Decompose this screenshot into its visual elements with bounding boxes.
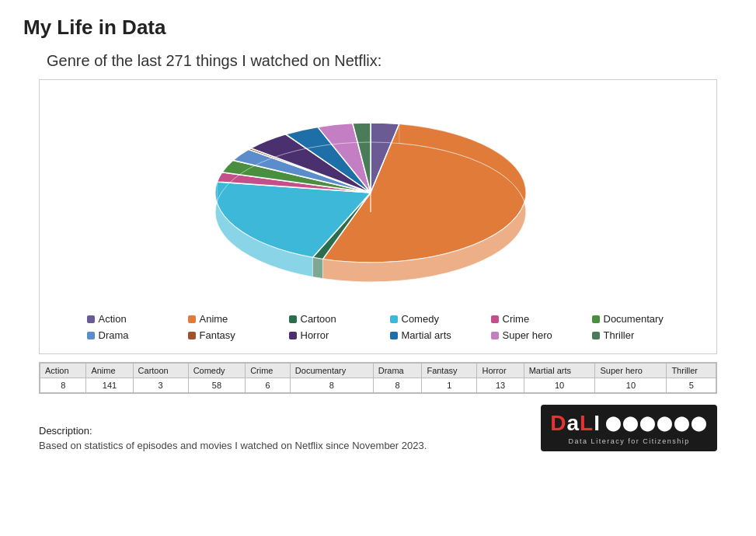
legend-item: Super hero: [491, 329, 569, 341]
legend-dot: [87, 315, 95, 323]
legend-label: Super hero: [503, 329, 552, 341]
table-cell: 3: [133, 378, 188, 393]
legend-label: Crime: [503, 313, 530, 325]
legend-dot: [592, 315, 600, 323]
chart-container: .slice { stroke: white; stroke-width: 1.…: [39, 79, 717, 354]
data-table: ActionAnimeCartoonComedyCrimeDocumentary…: [40, 363, 716, 393]
legend-dot: [491, 315, 499, 323]
legend-dot: [87, 332, 95, 339]
table-header: Drama: [373, 364, 422, 378]
legend-dot: [289, 315, 297, 323]
table-header: Action: [40, 364, 86, 378]
table-cell: 1: [422, 378, 477, 393]
table-cell: 6: [246, 378, 291, 393]
legend-dot: [390, 332, 398, 339]
legend-dot: [390, 315, 398, 323]
legend-item: Martial arts: [390, 329, 468, 341]
legend-item: Anime: [188, 313, 266, 325]
legend-dot: [491, 332, 499, 339]
legend-item: Drama: [87, 329, 165, 341]
legend-label: Cartoon: [301, 313, 336, 325]
table-header: Horror: [477, 364, 524, 378]
legend-label: Comedy: [402, 313, 439, 325]
legend-dot: [188, 332, 196, 339]
table-header: Martial arts: [524, 364, 595, 378]
legend-item: Horror: [289, 329, 367, 341]
legend-label: Anime: [200, 313, 228, 325]
table-cell: 8: [290, 378, 373, 393]
table-cell: 8: [373, 378, 422, 393]
pie-chart: .slice { stroke: white; stroke-width: 1.…: [192, 96, 565, 298]
table-header: Crime: [246, 364, 291, 378]
pie-chart-wrapper: .slice { stroke: white; stroke-width: 1.…: [47, 96, 709, 298]
legend-label: Documentary: [604, 313, 664, 325]
legend-label: Martial arts: [402, 329, 451, 341]
legend-item: Crime: [491, 313, 569, 325]
legend-label: Horror: [301, 329, 329, 341]
footer: Description: Based on statistics of epis…: [39, 405, 717, 451]
legend-label: Fantasy: [200, 329, 235, 341]
legend-label: Thriller: [604, 329, 635, 341]
legend-item: Cartoon: [289, 313, 367, 325]
legend-dot: [592, 332, 600, 339]
legend-dot: [289, 332, 297, 339]
legend-item: Fantasy: [188, 329, 266, 341]
chart-section: Genre of the last 271 things I watched o…: [23, 52, 733, 354]
table-header: Super hero: [595, 364, 667, 378]
legend-item: Comedy: [390, 313, 468, 325]
description-label: Description:: [39, 425, 427, 437]
data-table-wrapper: ActionAnimeCartoonComedyCrimeDocumentary…: [39, 362, 717, 394]
table-cell: 10: [524, 378, 595, 393]
legend-label: Action: [99, 313, 127, 325]
table-cell: 8: [40, 378, 86, 393]
legend-label: Drama: [99, 329, 129, 341]
legend-item: Documentary: [592, 313, 670, 325]
chart-legend: Action Anime Cartoon Comedy Crime Docume…: [47, 313, 709, 341]
page-title: My Life in Data: [23, 16, 733, 40]
table-header: Cartoon: [133, 364, 188, 378]
table-header: Thriller: [667, 364, 716, 378]
legend-dot: [188, 315, 196, 323]
legend-item: Thriller: [592, 329, 670, 341]
legend-item: Action: [87, 313, 165, 325]
description-text: Based on statistics of episodes and movi…: [39, 440, 427, 451]
table-header: Fantasy: [422, 364, 477, 378]
logo-title: DaLI ⬤⬤⬤⬤⬤⬤: [550, 411, 708, 436]
logo: DaLI ⬤⬤⬤⬤⬤⬤ Data Literacy for Citizenshi…: [541, 405, 717, 451]
chart-subtitle: Genre of the last 271 things I watched o…: [47, 52, 733, 70]
table-cell: 5: [667, 378, 716, 393]
table-cell: 13: [477, 378, 524, 393]
description-section: Description: Based on statistics of epis…: [39, 425, 427, 451]
table-header: Documentary: [290, 364, 373, 378]
logo-tagline: Data Literacy for Citizenship: [550, 437, 708, 445]
table-cell: 58: [188, 378, 246, 393]
table-cell: 141: [86, 378, 133, 393]
table-cell: 10: [595, 378, 667, 393]
table-header: Comedy: [188, 364, 246, 378]
table-header: Anime: [86, 364, 133, 378]
